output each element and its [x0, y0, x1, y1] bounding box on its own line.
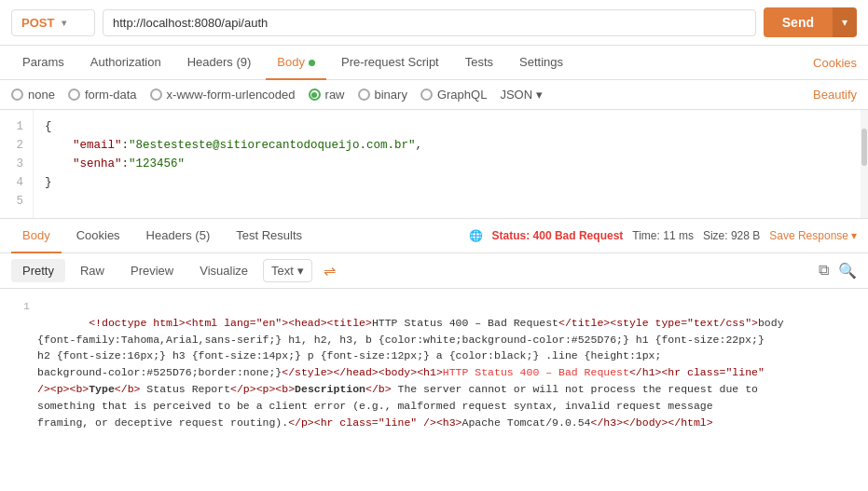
- response-size: Size: 928 B: [703, 229, 760, 242]
- request-tabs: Params Authorization Headers (9) Body Pr…: [0, 46, 868, 80]
- format-pretty-button[interactable]: Pretty: [11, 259, 65, 282]
- radio-form-data: [68, 89, 80, 101]
- tab-body[interactable]: Body: [266, 46, 326, 80]
- radio-urlencoded: [150, 89, 162, 101]
- code-editor: 1 2 3 4 5 { "email":"8estesteste@sitiore…: [0, 110, 868, 219]
- response-section: Body Cookies Headers (5) Test Results 🌐 …: [0, 219, 868, 443]
- top-bar: POST ▾ Send ▾: [0, 0, 868, 46]
- radio-none: [11, 89, 23, 101]
- text-format-select[interactable]: Text ▾: [263, 259, 312, 282]
- response-tab-body[interactable]: Body: [11, 219, 62, 253]
- response-time: Time: 11 ms: [632, 229, 694, 242]
- tab-settings[interactable]: Settings: [508, 46, 574, 80]
- res-line-content: <!doctype html><html lang="en"><head><ti…: [37, 298, 857, 443]
- code-line-2: "email":"8estesteste@sitiorecantodoqueij…: [45, 136, 849, 155]
- option-binary[interactable]: binary: [358, 88, 407, 102]
- method-chevron-icon: ▾: [62, 18, 66, 28]
- response-tab-headers[interactable]: Headers (5): [135, 219, 222, 253]
- text-chevron-icon: ▾: [297, 264, 304, 278]
- code-line-5: }: [45, 173, 849, 192]
- save-response-button[interactable]: Save Response ▾: [769, 229, 857, 242]
- scroll-bar[interactable]: [861, 110, 868, 218]
- cookies-link[interactable]: Cookies: [813, 56, 857, 70]
- res-line-num: 1: [11, 298, 30, 443]
- send-button[interactable]: Send: [764, 7, 833, 37]
- json-chevron-icon: ▾: [536, 88, 543, 102]
- method-select[interactable]: POST ▾: [11, 9, 95, 36]
- body-options-row: none form-data x-www-form-urlencoded raw…: [0, 80, 868, 110]
- radio-graphql: [420, 89, 433, 101]
- word-wrap-icon[interactable]: ⇌: [324, 262, 336, 280]
- status-badge: Status: 400 Bad Request: [492, 229, 624, 242]
- format-preview-button[interactable]: Preview: [119, 259, 185, 282]
- body-dot: [309, 60, 315, 66]
- line-numbers: 1 2 3 4 5: [0, 110, 34, 218]
- code-line-3: "senha":"123456": [45, 155, 849, 173]
- tab-tests[interactable]: Tests: [454, 46, 504, 80]
- code-line-1: {: [45, 117, 849, 136]
- response-line-1: 1 <!doctype html><html lang="en"><head><…: [11, 298, 857, 443]
- option-urlencoded[interactable]: x-www-form-urlencoded: [150, 88, 296, 102]
- json-format-label: JSON: [500, 88, 532, 102]
- copy-icon[interactable]: ⧉: [819, 262, 829, 280]
- text-format-label: Text: [271, 264, 294, 278]
- format-raw-button[interactable]: Raw: [69, 259, 116, 282]
- tab-authorization[interactable]: Authorization: [79, 46, 172, 80]
- save-response-chevron-icon: ▾: [851, 229, 857, 242]
- url-input[interactable]: [103, 9, 756, 36]
- option-none[interactable]: none: [11, 88, 55, 102]
- send-dropdown-button[interactable]: ▾: [833, 7, 857, 37]
- response-tab-test-results[interactable]: Test Results: [225, 219, 313, 253]
- tab-headers[interactable]: Headers (9): [176, 46, 263, 80]
- radio-binary: [358, 89, 370, 101]
- method-label: POST: [21, 16, 54, 30]
- json-format-select[interactable]: JSON ▾: [500, 88, 543, 102]
- globe-icon: 🌐: [469, 229, 483, 242]
- response-tabs-row: Body Cookies Headers (5) Test Results 🌐 …: [0, 219, 868, 253]
- tab-params[interactable]: Params: [11, 46, 76, 80]
- option-raw[interactable]: raw: [309, 88, 345, 102]
- response-meta: 🌐 Status: 400 Bad Request Time: 11 ms Si…: [469, 229, 857, 242]
- response-tab-cookies[interactable]: Cookies: [65, 219, 131, 253]
- search-icon[interactable]: 🔍: [838, 262, 857, 280]
- response-body: 1 <!doctype html><html lang="en"><head><…: [0, 289, 868, 443]
- beautify-link[interactable]: Beautify: [813, 88, 857, 102]
- code-content[interactable]: { "email":"8estesteste@sitiorecantodoque…: [34, 110, 861, 218]
- format-visualize-button[interactable]: Visualize: [188, 259, 259, 282]
- format-icons: ⧉ 🔍: [819, 262, 857, 280]
- format-row: Pretty Raw Preview Visualize Text ▾ ⇌ ⧉ …: [0, 253, 868, 289]
- option-form-data[interactable]: form-data: [68, 88, 137, 102]
- scroll-thumb: [861, 129, 867, 166]
- option-graphql[interactable]: GraphQL: [420, 88, 487, 102]
- send-button-group: Send ▾: [764, 7, 857, 37]
- tab-pre-request[interactable]: Pre-request Script: [330, 46, 450, 80]
- radio-raw: [309, 89, 321, 101]
